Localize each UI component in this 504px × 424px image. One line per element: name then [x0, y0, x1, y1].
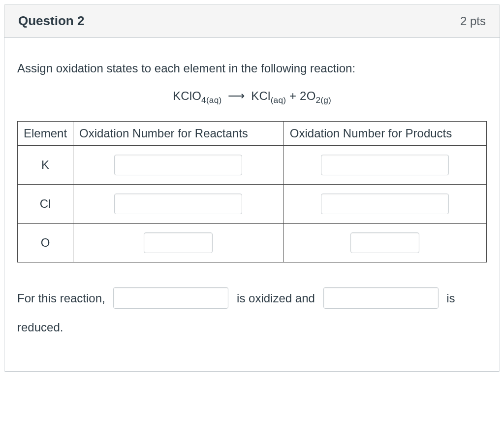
element-cell-k: K	[18, 145, 73, 184]
arrow-icon: ⟶	[225, 89, 248, 103]
reactant-input-k[interactable]	[114, 155, 242, 175]
product-input-cl[interactable]	[321, 194, 449, 214]
oxidation-table: Element Oxidation Number for Reactants O…	[17, 121, 487, 262]
equation-product1: KCl	[251, 89, 270, 102]
equation-product2-sub: 2(g)	[316, 95, 332, 105]
equation-product1-sub: (aq)	[271, 95, 286, 105]
product-cell-k	[284, 145, 486, 184]
reactant-input-o[interactable]	[144, 232, 213, 253]
question-card: Question 2 2 pts Assign oxidation states…	[4, 4, 500, 372]
question-header: Question 2 2 pts	[4, 4, 500, 38]
sentence-part1: For this reaction,	[17, 292, 105, 305]
reactant-cell-o	[73, 223, 284, 262]
question-title: Question 2	[18, 13, 84, 29]
table-row: K	[18, 145, 487, 184]
reactant-cell-cl	[73, 184, 284, 223]
product-input-o[interactable]	[350, 232, 419, 253]
reactant-cell-k	[73, 145, 284, 184]
sentence-part4: reduced.	[17, 321, 63, 334]
product-cell-cl	[284, 184, 486, 223]
table-row: Cl	[18, 184, 487, 223]
reactant-input-cl[interactable]	[114, 194, 242, 214]
col-reactants: Oxidation Number for Reactants	[73, 121, 284, 145]
equation-plus: + 2O	[286, 89, 315, 102]
question-body: Assign oxidation states to each element …	[4, 38, 500, 371]
col-products: Oxidation Number for Products	[284, 121, 486, 145]
table-row: O	[18, 223, 487, 262]
element-cell-o: O	[18, 223, 73, 262]
col-element: Element	[18, 121, 73, 145]
table-header-row: Element Oxidation Number for Reactants O…	[18, 121, 487, 145]
question-points: 2 pts	[460, 14, 486, 28]
reaction-equation: KClO4(aq) ⟶ KCl(aq) + 2O2(g)	[17, 89, 487, 105]
reduced-input[interactable]	[323, 287, 439, 309]
element-cell-cl: Cl	[18, 184, 73, 223]
product-cell-o	[284, 223, 486, 262]
equation-reactant-sub: 4(aq)	[201, 95, 221, 105]
question-prompt: Assign oxidation states to each element …	[17, 62, 487, 75]
sentence-part2: is oxidized and	[237, 292, 315, 305]
product-input-k[interactable]	[321, 155, 449, 175]
sentence-part3: is	[446, 292, 455, 305]
fill-sentence: For this reaction, is oxidized and is re…	[17, 283, 487, 342]
oxidized-input[interactable]	[113, 287, 228, 309]
equation-reactant: KClO	[173, 89, 201, 102]
